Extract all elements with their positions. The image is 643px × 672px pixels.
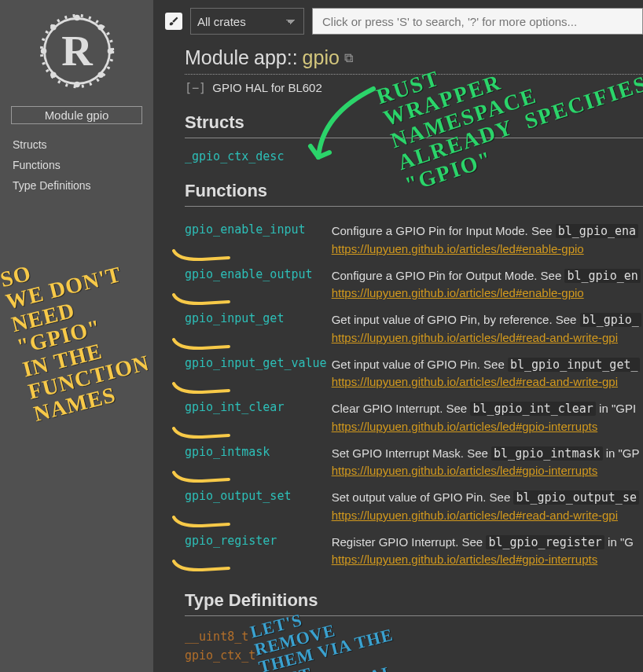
function-desc: Get input value of GPIO Pin, by referenc…	[332, 307, 643, 351]
copy-path-icon[interactable]: ⧉	[344, 51, 353, 65]
function-link[interactable]: gpio_enable_output	[185, 267, 313, 281]
collapse-toggle[interactable]: [−]	[185, 81, 206, 95]
brush-icon	[168, 16, 179, 27]
underline-annotation	[171, 382, 232, 395]
underline-annotation	[171, 427, 232, 439]
function-link[interactable]: gpio_intmask	[185, 445, 270, 459]
doc-url-link[interactable]: https://lupyuen.github.io/articles/led#r…	[332, 329, 643, 347]
function-row: gpio_enable_outputConfigure a GPIO Pin f…	[185, 263, 643, 307]
sidebar-link-typedefs[interactable]: Type Definitions	[13, 179, 141, 192]
doc-url-link[interactable]: https://lupyuen.github.io/articles/led#g…	[332, 462, 643, 479]
underline-annotation	[171, 249, 232, 262]
page-title: Module app::gpio ⧉	[185, 46, 643, 75]
function-link[interactable]: gpio_int_clear	[185, 400, 284, 414]
function-link[interactable]: gpio_output_set	[185, 489, 291, 503]
topbar: All crates	[165, 8, 643, 35]
svg-point-9	[97, 72, 104, 78]
svg-point-5	[107, 48, 113, 54]
doc-url-link[interactable]: https://lupyuen.github.io/articles/led#r…	[332, 373, 643, 391]
doc-url-link[interactable]: https://lupyuen.github.io/articles/led#g…	[332, 418, 643, 435]
svg-point-7	[97, 24, 104, 31]
sidebar: R Module gpio Structs Functions Type Def…	[0, 0, 153, 672]
search-input[interactable]	[312, 8, 643, 35]
section-typedefs: Type Definitions	[185, 590, 643, 616]
title-name: gpio	[303, 46, 340, 69]
doc-url-link[interactable]: https://lupyuen.github.io/articles/led#r…	[332, 507, 643, 524]
function-desc: Set GPIO Interrupt Mask. See bl_gpio_int…	[332, 440, 643, 485]
svg-point-3	[74, 82, 80, 88]
function-desc: Get input value of GPIO Pin. See bl_gpio…	[332, 351, 643, 396]
function-row: gpio_int_clearClear GPIO Interrupt. See …	[185, 395, 643, 440]
doc-url-link[interactable]: https://lupyuen.github.io/articles/led#e…	[332, 241, 643, 258]
svg-point-2	[74, 15, 80, 21]
struct-link[interactable]: _gpio_ctx_desc	[185, 149, 284, 163]
svg-point-4	[40, 48, 46, 54]
doc-url-link[interactable]: https://lupyuen.github.io/articles/led#g…	[332, 551, 643, 568]
typedef-link[interactable]: __uint8_t	[185, 627, 643, 646]
function-link[interactable]: gpio_register	[185, 534, 277, 548]
function-link[interactable]: gpio_input_get_value	[185, 356, 327, 370]
function-row: gpio_enable_inputConfigure a GPIO Pin fo…	[185, 218, 643, 263]
module-summary: [−] GPIO HAL for BL602	[185, 81, 643, 95]
function-row: gpio_registerRegister GPIO Interrupt. Se…	[185, 529, 643, 574]
function-desc: Set output value of GPIO Pin. See bl_gpi…	[332, 484, 643, 529]
section-functions: Functions	[185, 181, 643, 207]
svg-point-8	[50, 72, 57, 78]
function-row: gpio_output_setSet output value of GPIO …	[185, 484, 643, 529]
title-prefix: Module	[185, 46, 249, 69]
main-content: All crates Module app::gpio ⧉ [−] GPIO H…	[153, 0, 643, 672]
sidebar-link-functions[interactable]: Functions	[13, 159, 141, 171]
svg-point-6	[50, 24, 57, 31]
underline-annotation	[171, 293, 232, 306]
underline-annotation	[171, 338, 232, 351]
function-desc: Configure a GPIO Pin for Output Mode. Se…	[332, 263, 643, 307]
function-link[interactable]: gpio_input_get	[185, 311, 284, 325]
function-desc: Configure a GPIO Pin for Input Mode. See…	[332, 218, 643, 263]
function-row: gpio_intmaskSet GPIO Interrupt Mask. See…	[185, 440, 643, 485]
function-desc: Clear GPIO Interrupt. See bl_gpio_int_cl…	[332, 395, 643, 440]
function-row: gpio_input_get_valueGet input value of G…	[185, 351, 643, 396]
function-desc: Register GPIO Interrupt. See bl_gpio_reg…	[332, 529, 643, 574]
underline-annotation	[171, 516, 232, 528]
typedef-list: __uint8_t gpio_ctx_t	[185, 627, 643, 665]
underline-annotation	[171, 471, 232, 483]
summary-text: GPIO HAL for BL602	[212, 81, 322, 94]
sidebar-link-structs[interactable]: Structs	[13, 138, 141, 151]
section-structs: Structs	[185, 112, 643, 138]
function-table: gpio_enable_inputConfigure a GPIO Pin fo…	[185, 218, 643, 573]
function-row: gpio_input_getGet input value of GPIO Pi…	[185, 307, 643, 351]
sidebar-location: Module gpio	[11, 106, 142, 124]
doc-url-link[interactable]: https://lupyuen.github.io/articles/led#e…	[332, 285, 643, 302]
title-path: app::	[254, 46, 298, 69]
rust-logo: R	[38, 12, 116, 90]
underline-annotation	[171, 560, 232, 572]
theme-picker-button[interactable]	[165, 13, 182, 30]
crate-select[interactable]: All crates	[190, 8, 304, 35]
function-link[interactable]: gpio_enable_input	[185, 222, 306, 237]
svg-text:R: R	[61, 27, 93, 75]
typedef-link[interactable]: gpio_ctx_t	[185, 646, 643, 665]
